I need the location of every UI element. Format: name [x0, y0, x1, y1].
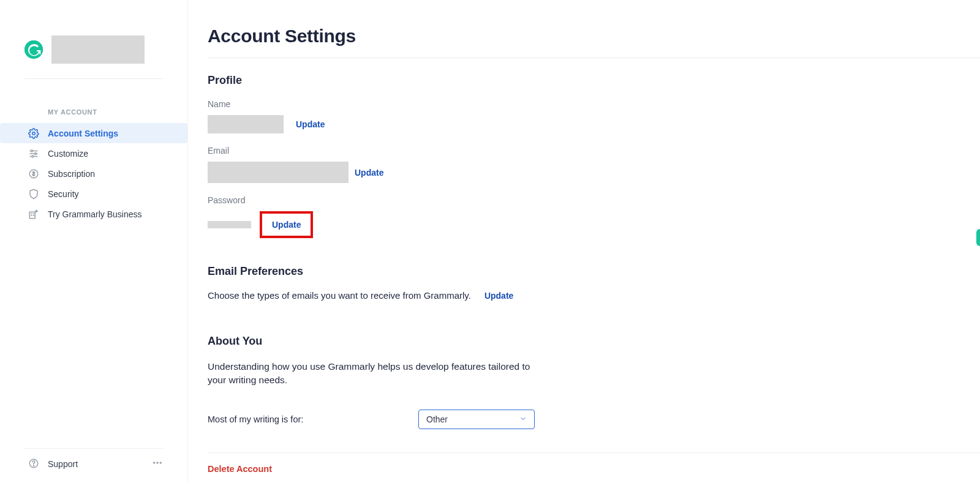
svg-rect-9 [29, 212, 35, 219]
writing-for-selected-value: Other [426, 414, 448, 424]
password-label: Password [208, 195, 980, 205]
update-name-button[interactable]: Update [296, 119, 325, 129]
name-label: Name [208, 99, 980, 109]
svg-point-6 [35, 152, 37, 154]
sidebar-item-support[interactable]: Support [28, 458, 78, 471]
dollar-icon [28, 168, 39, 179]
more-menu-button[interactable] [152, 457, 163, 471]
name-value-redacted [208, 115, 284, 133]
sidebar-item-label: Account Settings [48, 129, 118, 138]
sidebar-item-subscription[interactable]: Subscription [0, 163, 187, 184]
profile-heading: Profile [208, 74, 980, 87]
nav: Account Settings Customize Subscription … [0, 123, 187, 224]
writing-for-select[interactable]: Other [418, 410, 535, 429]
sidebar-item-try-business[interactable]: Try Grammarly Business [0, 204, 187, 224]
svg-point-13 [157, 462, 158, 463]
email-preferences-heading: Email Preferences [208, 265, 980, 278]
sidebar-item-label: Try Grammarly Business [48, 209, 142, 219]
svg-point-11 [33, 465, 34, 466]
help-icon [28, 458, 39, 471]
svg-point-1 [32, 132, 36, 135]
password-field: Password Update [208, 195, 980, 238]
chevron-down-icon [519, 414, 527, 424]
title-divider [208, 58, 980, 58]
email-label: Email [208, 146, 980, 155]
update-email-button[interactable]: Update [355, 168, 383, 178]
svg-point-14 [160, 462, 161, 463]
shield-icon [28, 189, 39, 200]
name-field: Name Update [208, 99, 980, 133]
about-you-desc: Understanding how you use Grammarly help… [208, 360, 531, 388]
page-title: Account Settings [208, 20, 980, 58]
main-content: Account Settings Profile Name Update Ema… [188, 0, 980, 483]
nav-section-heading: MY ACCOUNT [0, 108, 187, 123]
email-value-redacted [208, 162, 349, 183]
update-email-preferences-button[interactable]: Update [484, 291, 513, 301]
sidebar-bottom-divider [24, 448, 163, 449]
sidebar: MY ACCOUNT Account Settings Customize Su… [0, 0, 188, 483]
user-name-redacted [51, 36, 145, 64]
sidebar-item-label: Subscription [48, 169, 95, 179]
gear-icon [28, 128, 39, 139]
building-sparkle-icon [28, 209, 39, 220]
grammarly-logo-icon [24, 40, 43, 59]
sidebar-divider [24, 78, 163, 79]
password-value-redacted [208, 221, 251, 228]
update-password-highlight: Update [260, 211, 313, 238]
svg-point-0 [24, 40, 43, 59]
side-tab-icon[interactable] [976, 229, 980, 246]
svg-point-5 [31, 150, 33, 152]
writing-for-question: Most of my writing is for: [208, 414, 418, 424]
sidebar-item-security[interactable]: Security [0, 184, 187, 204]
sidebar-item-label: Security [48, 189, 79, 199]
about-you-heading: About You [208, 335, 980, 348]
sidebar-item-customize[interactable]: Customize [0, 143, 187, 163]
svg-point-12 [154, 462, 155, 463]
danger-divider [208, 452, 980, 453]
email-preferences-desc: Choose the types of emails you want to r… [208, 290, 471, 301]
sidebar-item-account-settings[interactable]: Account Settings [0, 123, 187, 143]
email-field: Email Update [208, 146, 980, 183]
brand-block [0, 0, 187, 78]
sliders-icon [28, 148, 39, 159]
support-label: Support [48, 459, 78, 469]
update-password-button[interactable]: Update [272, 220, 301, 230]
svg-point-7 [32, 155, 34, 157]
delete-account-heading[interactable]: Delete Account [208, 464, 980, 474]
sidebar-item-label: Customize [48, 149, 88, 159]
